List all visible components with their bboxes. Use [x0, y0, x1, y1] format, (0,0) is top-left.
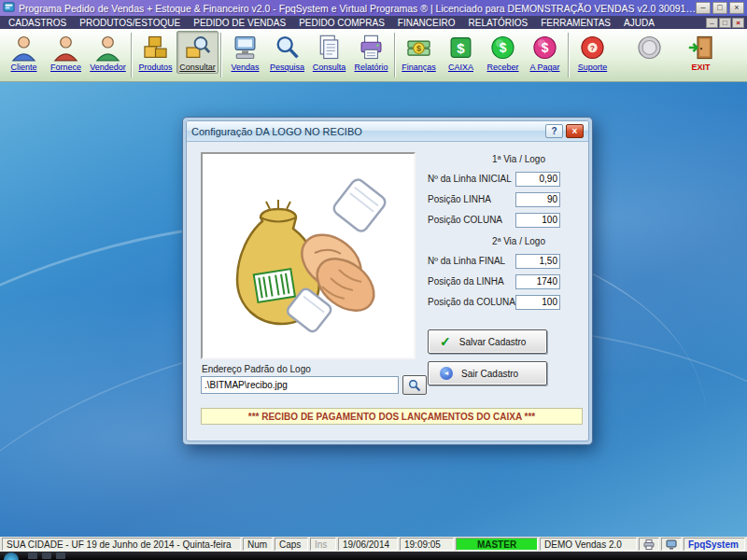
taskbar-icon[interactable]	[56, 553, 65, 559]
menu-ferramentas[interactable]: FERRAMENTAS	[534, 16, 617, 29]
salvar-cadastro-button[interactable]: ✓ Salvar Cadastro	[428, 329, 547, 354]
produtos-button[interactable]: Produtos	[134, 31, 176, 74]
status-location: SUA CIDADE - UF 19 de Junho de 2014 - Qu…	[2, 538, 241, 551]
vendedor-label: Vendedor	[90, 63, 126, 72]
documents-icon	[316, 34, 343, 62]
finance-money-icon: $	[405, 34, 432, 62]
menu-produtos-estoque[interactable]: PRODUTOS/ESTOQUE	[73, 16, 187, 29]
posicao-coluna2-input[interactable]	[515, 295, 560, 310]
coin-button[interactable]	[628, 31, 670, 64]
pesquisa-label: Pesquisa	[270, 63, 304, 72]
toolbar-separator	[394, 33, 396, 77]
sair-cadastro-label: Sair Cadastro	[461, 369, 518, 379]
taskbar-icon[interactable]	[42, 553, 51, 559]
group1-label: 1ª Via / Logo	[428, 154, 560, 165]
vendas-label: Vendas	[231, 63, 259, 72]
cliente-button[interactable]: Cliente	[3, 31, 45, 74]
posicao-coluna2-label: Posição da COLUNA	[428, 297, 515, 307]
field-row: Posição da LINHA	[428, 273, 560, 289]
dialog-titlebar[interactable]: Configuração DA LOGO NO RECIBO ? ×	[187, 121, 588, 142]
caixa-button[interactable]: $ CAIXA	[440, 31, 482, 74]
posicao-linha2-input[interactable]	[515, 274, 560, 289]
handshake-clipart	[212, 163, 404, 348]
linha-inicial-input[interactable]	[515, 172, 560, 187]
taskbar-icon[interactable]	[28, 553, 37, 559]
menu-pedido-compras[interactable]: PEDIDO COMPRAS	[292, 16, 391, 29]
menu-cadastros[interactable]: CADASTROS	[2, 16, 73, 29]
app-icon	[3, 1, 15, 15]
consulta-label: Consulta	[313, 63, 346, 72]
field-row: Posição da COLUNA	[428, 294, 560, 310]
consultar-label: Consultar	[179, 63, 216, 72]
a-pagar-button[interactable]: $ A Pagar	[524, 31, 566, 74]
status-printer-segment	[639, 538, 659, 551]
svg-text:$: $	[542, 40, 549, 55]
linha-final-label: Nº da Linha FINAL	[428, 256, 505, 266]
suporte-button[interactable]: ? Suporte	[571, 31, 613, 74]
mdi-close-button[interactable]: ×	[732, 18, 744, 28]
mdi-maximize-button[interactable]: □	[719, 18, 731, 28]
supplier-person-icon	[52, 34, 79, 62]
start-orb[interactable]	[4, 553, 19, 560]
menubar: CADASTROS PRODUTOS/ESTOQUE PEDIDO DE VEN…	[0, 16, 747, 29]
salvar-cadastro-label: Salvar Cadastro	[459, 337, 527, 347]
menu-ajuda[interactable]: AJUDA	[617, 16, 661, 29]
field-row: Nº da Linha INICIAL	[428, 171, 560, 187]
sales-register-icon	[232, 34, 259, 62]
status-numlock: Num	[243, 538, 273, 551]
window-title: Programa Pedido de Vendas + Estoque & Fi…	[19, 3, 696, 14]
menu-financeiro[interactable]: FINANCEIRO	[391, 16, 462, 29]
fornecedor-button[interactable]: Fornece	[45, 31, 87, 74]
fornecedor-label: Fornece	[50, 63, 81, 72]
menu-pedido-de-vendas[interactable]: PEDIDO DE VENDAS	[187, 16, 292, 29]
dialog-note: *** RECIBO DE PAGAMENTO DOS LANÇAMENTOS …	[201, 408, 583, 425]
printer-icon	[643, 539, 655, 550]
posicao-linha1-input[interactable]	[515, 192, 560, 207]
application-window: Programa Pedido de Vendas + Estoque & Fi…	[0, 0, 747, 560]
maximize-button[interactable]: □	[712, 2, 727, 14]
support-icon: ?	[579, 34, 606, 62]
vendedor-button[interactable]: Vendedor	[87, 31, 129, 74]
coin-icon	[636, 34, 663, 62]
financas-button[interactable]: $ Finanças	[398, 31, 440, 74]
linha-inicial-label: Nº da Linha INICIAL	[428, 174, 512, 184]
a-pagar-label: A Pagar	[529, 63, 559, 72]
receber-button[interactable]: $ Receber	[482, 31, 524, 74]
field-row: Nº da Linha FINAL	[428, 253, 560, 269]
linha-final-input[interactable]	[515, 254, 560, 269]
report-printer-icon	[358, 34, 385, 62]
windows-taskbar	[0, 552, 747, 560]
relatorio-label: Relatório	[354, 63, 388, 72]
pesquisa-button[interactable]: Pesquisa	[266, 31, 308, 74]
relatorio-button[interactable]: Relatório	[350, 31, 392, 74]
exit-button[interactable]: EXIT	[680, 31, 722, 74]
toolbar: Cliente Fornece Vendedor Produtos Consul…	[0, 29, 747, 82]
dialog-close-button[interactable]: ×	[566, 124, 584, 138]
back-arrow-icon: ◄	[440, 367, 453, 380]
dialog-help-button[interactable]: ?	[545, 124, 563, 138]
logo-path-label: Endereço Padrão do Logo	[202, 364, 311, 374]
browse-logo-button[interactable]	[402, 375, 427, 395]
cliente-label: Cliente	[10, 63, 36, 72]
vendas-button[interactable]: Vendas	[224, 31, 266, 74]
status-brand: FpqSystem	[684, 538, 745, 551]
consultar-button[interactable]: Consultar	[176, 31, 218, 74]
sair-cadastro-button[interactable]: ◄ Sair Cadastro	[428, 361, 547, 385]
titlebar[interactable]: Programa Pedido de Vendas + Estoque & Fi…	[0, 0, 747, 16]
status-app-version: DEMO Vendas 2.0	[540, 538, 637, 551]
posicao-coluna1-input[interactable]	[515, 213, 560, 228]
caixa-label: CAIXA	[448, 63, 473, 72]
minimize-button[interactable]: –	[696, 2, 711, 14]
posicao-linha1-label: Posição LINHA	[428, 194, 491, 204]
position-fields: 1ª Via / Logo Nº da Linha INICIAL Posiçã…	[428, 154, 560, 315]
financas-label: Finanças	[402, 63, 436, 72]
menu-relatorios[interactable]: RELATÓRIOS	[462, 16, 535, 29]
dialog-title: Configuração DA LOGO NO RECIBO	[191, 126, 543, 137]
consulta-button[interactable]: Consulta	[308, 31, 350, 74]
mdi-minimize-button[interactable]: –	[706, 18, 718, 28]
status-monitor-segment	[661, 538, 682, 551]
stock-search-icon	[184, 34, 211, 62]
close-button[interactable]: ×	[729, 2, 744, 14]
logo-path-input[interactable]	[201, 376, 399, 394]
status-time: 19:09:05	[400, 538, 454, 551]
